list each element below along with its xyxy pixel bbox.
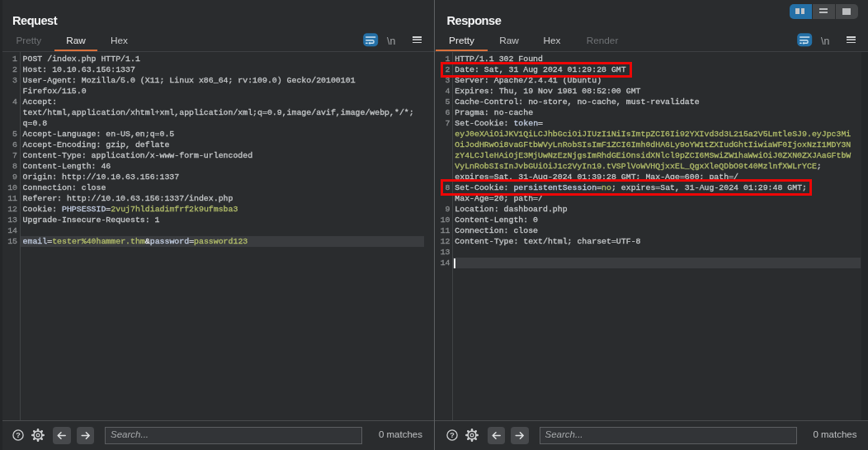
svg-text:?: ?	[16, 431, 21, 439]
svg-text:?: ?	[450, 431, 455, 439]
